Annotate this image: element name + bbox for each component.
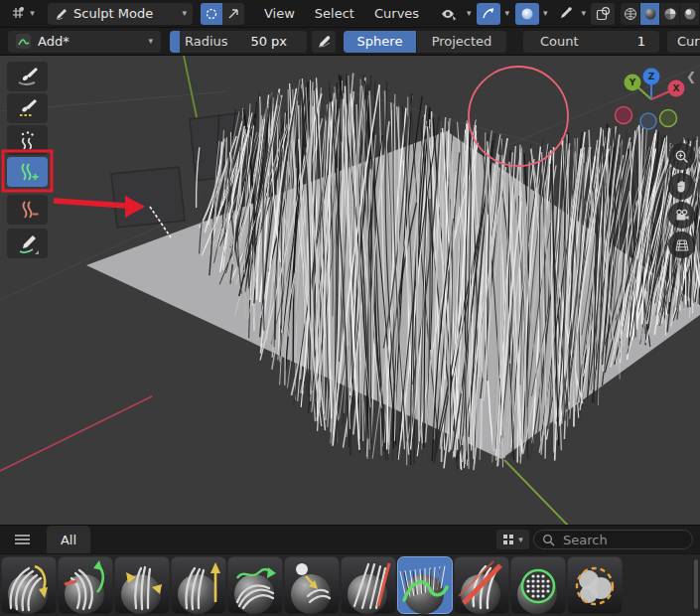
falloff-sphere-option[interactable]: Sphere [344, 31, 416, 53]
3d-viewport[interactable]: ❮ YZX [0, 56, 700, 525]
chevron-down-icon: ▾ [182, 9, 187, 18]
curve-falloff-icon [482, 6, 496, 21]
tool-delete[interactable] [7, 195, 48, 225]
tweak-arrow-icon [227, 7, 240, 20]
chevron-down-icon: ▾ [30, 9, 35, 18]
tool-draw[interactable] [7, 229, 48, 258]
tool-smooth[interactable] [7, 125, 48, 155]
asset-puff[interactable] [171, 556, 226, 614]
radius-label: Radius [185, 34, 228, 49]
overlays-button[interactable] [591, 3, 615, 25]
asset-comb[interactable] [1, 556, 57, 614]
brush-preview-icon [16, 34, 31, 49]
eye-cursor-icon [441, 7, 458, 21]
menu-curves[interactable]: Curves [364, 6, 429, 21]
menu-view[interactable]: View [254, 6, 305, 21]
shading-wireframe-button[interactable] [621, 3, 640, 25]
grid-perspective-icon [674, 237, 690, 253]
chevron-down-icon: ▾ [581, 9, 586, 18]
sidebar-collapse-arrow[interactable]: ❮ [686, 70, 696, 83]
curve-parameter-label: Curve [677, 34, 700, 49]
display-mode-dropdown[interactable]: ▾ [496, 530, 529, 549]
shelf-scrollbar[interactable] [694, 559, 698, 609]
shading-material-button[interactable] [660, 3, 680, 25]
eyedropper-icon [558, 7, 572, 21]
editor-type-button[interactable]: ▾ [6, 3, 40, 25]
mode-dropdown[interactable]: Sculpt Mode ▾ [48, 3, 193, 25]
chevron-down-icon: ▾ [467, 9, 472, 18]
rendered-shading-icon [683, 7, 697, 21]
material-preview-icon [663, 7, 677, 21]
visibility-dropdown[interactable] [437, 3, 463, 25]
sphere-falloff-icon [520, 7, 534, 21]
pan-button[interactable] [668, 173, 695, 200]
slider-fill [170, 31, 180, 53]
curve-falloff-button[interactable] [477, 3, 500, 25]
viewport-scene [0, 56, 700, 525]
tool-selection-paint-brush[interactable] [7, 93, 48, 123]
camera-view-button[interactable] [668, 202, 695, 229]
asset-noise[interactable] [341, 556, 396, 614]
falloff-shape-segment: Sphere Projected [344, 31, 506, 53]
brush-name: Add* [38, 34, 70, 49]
viewport-editor-icon [11, 6, 26, 21]
tweak-tool-toggle[interactable] [222, 3, 244, 25]
viewport-header: ▾ Sculpt Mode ▾ View Select Curves [0, 0, 700, 28]
asset-slide[interactable] [284, 556, 340, 614]
search-input[interactable] [561, 532, 684, 548]
asset-add[interactable] [397, 556, 453, 614]
chevron-down-icon: ▾ [504, 9, 509, 18]
shading-mode-group [621, 3, 700, 25]
asset-smooth[interactable] [227, 556, 283, 614]
chevron-down-icon: ▾ [518, 536, 523, 544]
search-icon [542, 534, 555, 546]
tab-label: All [61, 533, 76, 547]
asset-search-field[interactable] [533, 530, 693, 549]
tool-add[interactable] [7, 157, 48, 187]
toggle-orthographic-button[interactable] [668, 231, 695, 258]
asset-grow[interactable] [58, 556, 113, 614]
asset-pinch[interactable] [114, 556, 170, 614]
shading-rendered-button[interactable] [680, 3, 700, 25]
radius-slider[interactable]: Radius 50 px [170, 31, 307, 53]
circle-select-icon [205, 7, 218, 21]
falloff-projected-option[interactable]: Projected [416, 31, 506, 53]
asset-selection-paint[interactable] [567, 556, 623, 614]
count-slider[interactable]: Count 1 [523, 31, 659, 53]
circle-select-toggle[interactable] [201, 3, 222, 25]
asset-delete[interactable] [454, 556, 509, 614]
radius-value: 50 px [250, 34, 287, 49]
count-label: Count [540, 34, 579, 49]
sphere-falloff-button[interactable] [515, 3, 539, 25]
curve-parameter-control[interactable]: Curve [667, 31, 700, 53]
shading-solid-button[interactable] [640, 3, 660, 25]
brush-asset-dropdown[interactable]: Add* ▾ [8, 31, 161, 53]
hamburger-menu-icon[interactable] [14, 534, 31, 545]
wireframe-icon [624, 7, 637, 21]
menu-select[interactable]: Select [305, 6, 364, 21]
overlays-icon [596, 6, 611, 21]
catalog-tab-all[interactable]: All [47, 526, 90, 554]
camera-icon [674, 208, 690, 224]
asset-shelf [0, 553, 700, 616]
zoom-button[interactable] [668, 143, 695, 170]
hand-icon [674, 179, 689, 194]
solid-shading-icon [643, 7, 657, 21]
zoom-icon [674, 149, 690, 165]
chevron-down-icon: ▾ [543, 9, 548, 18]
asset-shelf-header: All ▾ [0, 525, 700, 553]
asset-density[interactable] [510, 556, 566, 614]
pen-pressure-toggle[interactable] [312, 31, 336, 53]
eyedropper-button[interactable] [553, 3, 577, 25]
stylus-pressure-icon [317, 34, 332, 49]
count-value: 1 [637, 34, 645, 49]
blender-window: ▾ Sculpt Mode ▾ View Select Curves [0, 0, 700, 616]
grid-view-icon [502, 534, 514, 545]
chevron-down-icon: ▾ [148, 37, 153, 46]
mode-label: Sculpt Mode [73, 6, 153, 21]
sculpt-mode-icon [54, 7, 68, 21]
tool-comb-brush[interactable] [7, 62, 48, 91]
tool-settings-bar: Add* ▾ Radius 50 px Sphere Projected Cou… [0, 28, 700, 56]
